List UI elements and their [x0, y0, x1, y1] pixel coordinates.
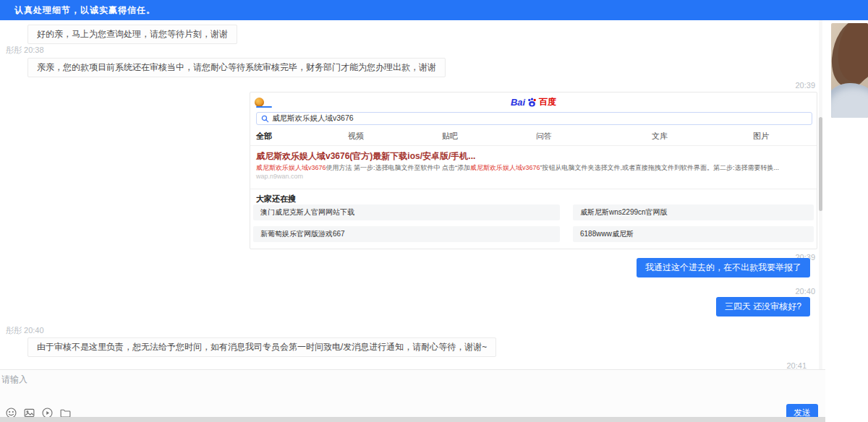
baidu-screenshot-message[interactable]: Bai 百度 威尼斯欢乐娱人域v3676 全部 视频 贴吧 问答 文库 图片: [250, 92, 817, 249]
baidu-logo-bai: Bai: [511, 97, 525, 108]
chat-window: 认真处理细节，以诚实赢得信任。 好的亲，马上为您查询处理，请您等待片刻，谢谢 彤…: [0, 0, 868, 422]
message-composer: 发送: [0, 369, 825, 417]
window-bottom-edge: [0, 417, 825, 422]
user-message: 三四天 还没审核好?: [716, 297, 810, 316]
message-timestamp: 20:39: [795, 81, 815, 90]
divider: [250, 145, 817, 146]
divider: [250, 189, 817, 189]
avatar-shirt: [831, 83, 868, 118]
top-notice-bar: 认真处理细节，以诚实赢得信任。: [0, 0, 868, 20]
agent-message: 亲亲，您的款项目前系统还在审核当中，请您耐心等待系统审核完毕，财务部门才能为您办…: [27, 58, 446, 77]
agent-message: 由于审核不是这里负责，恕无法给予您时间，如有消息我司专员会第一时间致电/发消息进…: [27, 337, 496, 357]
search-result-url: wap.n9wan.com: [256, 173, 303, 180]
scrollbar-track[interactable]: [819, 20, 822, 418]
tab-video: 视频: [348, 131, 364, 142]
baidu-paw-icon: [527, 97, 537, 108]
search-query-text: 威尼斯欢乐娱人域v3676: [272, 113, 354, 124]
agent-name-time: 彤彤 20:40: [6, 325, 44, 336]
tab-all: 全部: [256, 131, 272, 142]
related-search-chip: 新葡萄娱乐官网版游戏667: [253, 226, 560, 242]
avatar-hair: [831, 23, 868, 87]
baidu-logo: Bai 百度: [250, 96, 817, 108]
related-searches-title: 大家还在搜: [256, 194, 296, 204]
tab-qa: 问答: [536, 131, 552, 142]
search-result-title: 威尼斯欢乐娱人域v3676(官方)最新下载ios/安卓版/手机...: [256, 150, 475, 163]
right-sidebar: [828, 20, 868, 422]
tab-tieba: 贴吧: [442, 131, 458, 142]
agent-name-time: 彤彤 20:38: [6, 45, 44, 56]
desc-text: 使用方法 第一步:选择电脑文件至软件中 点击“添加: [326, 164, 471, 171]
baidu-logo-du: 百度: [539, 96, 556, 108]
message-timestamp: 20:40: [795, 287, 815, 296]
tab-wenku: 文库: [652, 131, 668, 142]
related-search-chip: 澳门威尼克斯人官网网站下载: [253, 204, 560, 220]
desc-highlight: 威尼斯欢乐娱人域v3676: [470, 164, 540, 171]
related-search-chip: 6188www威尼斯: [573, 226, 814, 242]
user-message: 我通过这个进去的，在不出款我要举报了: [637, 258, 810, 277]
baidu-search-box: 威尼斯欢乐娱人域v3676: [256, 112, 812, 125]
message-input[interactable]: [1, 374, 551, 401]
notice-text: 认真处理细节，以诚实赢得信任。: [14, 4, 156, 17]
agent-avatar-photo: [831, 23, 868, 118]
search-result-description: 威尼斯欢乐娱人域v3676使用方法 第一步:选择电脑文件至软件中 点击“添加威尼…: [256, 163, 812, 173]
tab-images: 图片: [753, 131, 769, 142]
baidu-tabs: 全部 视频 贴吧 问答 文库 图片: [250, 129, 817, 144]
active-tab-underline: [256, 106, 272, 108]
desc-highlight: 威尼斯欢乐娱人域v3676: [256, 164, 326, 171]
agent-message: 好的亲，马上为您查询处理，请您等待片刻，谢谢: [27, 25, 237, 44]
scrollbar-thumb[interactable]: [819, 117, 822, 211]
search-icon: [261, 115, 269, 123]
related-search-chip: 威斯尼斯wns2299cn官网版: [573, 204, 814, 220]
desc-text: ”按钮从电脑文件夹选择文件,或者直接拖拽文件到软件界面。第二步:选择需要转换..…: [540, 164, 780, 171]
